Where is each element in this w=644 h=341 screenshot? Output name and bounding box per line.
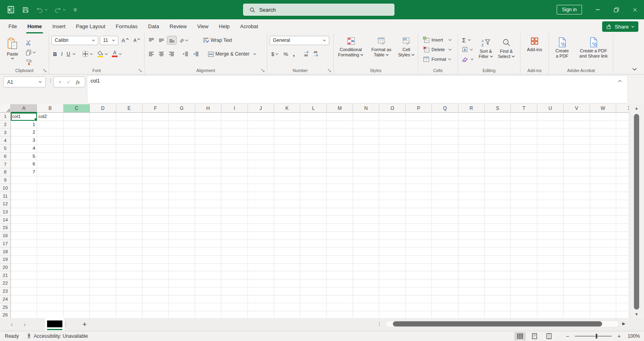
cell-P11[interactable] — [406, 192, 432, 200]
decrease-font-size-button[interactable]: A — [132, 36, 142, 45]
cell-K7[interactable] — [274, 160, 300, 168]
row-header-12[interactable]: 12 — [0, 200, 11, 208]
cell-H26[interactable] — [195, 311, 221, 318]
tab-insert[interactable]: Insert — [47, 19, 71, 33]
column-header-V[interactable]: V — [564, 104, 590, 113]
cell-U17[interactable] — [537, 240, 564, 248]
cell-D13[interactable] — [90, 208, 116, 216]
cell-G21[interactable] — [169, 271, 195, 279]
row-header-11[interactable]: 11 — [0, 192, 11, 200]
cell-V17[interactable] — [564, 240, 590, 248]
cell-Q18[interactable] — [432, 248, 458, 256]
cell-B20[interactable] — [37, 264, 63, 272]
cell-G3[interactable] — [169, 128, 195, 136]
cell-E18[interactable] — [116, 248, 142, 256]
cell-D23[interactable] — [90, 287, 116, 296]
cell-E17[interactable] — [116, 240, 142, 248]
tab-view[interactable]: View — [192, 19, 214, 33]
cell-A21[interactable] — [11, 271, 37, 279]
row-header-9[interactable]: 9 — [0, 176, 11, 184]
cell-B15[interactable] — [37, 224, 63, 232]
cell-L3[interactable] — [300, 128, 326, 136]
font-dialog-launcher-icon[interactable] — [138, 69, 142, 72]
cell-U2[interactable] — [537, 121, 564, 129]
cell-X9[interactable] — [616, 176, 629, 184]
cell-K11[interactable] — [274, 192, 300, 200]
cell-R25[interactable] — [458, 303, 485, 311]
cell-A10[interactable] — [11, 184, 37, 192]
cell-A18[interactable] — [11, 248, 37, 256]
cell-T21[interactable] — [511, 271, 537, 279]
name-box-splitter[interactable]: ⋮ — [48, 78, 53, 84]
create-pdf-button[interactable]: Createa PDF — [551, 33, 574, 66]
cell-X22[interactable] — [616, 279, 629, 287]
cell-L6[interactable] — [300, 153, 326, 161]
cell-O1[interactable] — [379, 113, 405, 121]
cell-T19[interactable] — [511, 256, 537, 264]
cell-J24[interactable] — [248, 296, 274, 304]
cell-F17[interactable] — [142, 240, 169, 248]
cell-D8[interactable] — [90, 168, 116, 176]
collapse-ribbon-button[interactable] — [632, 68, 637, 71]
cell-S12[interactable] — [485, 200, 511, 208]
cell-F13[interactable] — [142, 208, 169, 216]
comma-style-button[interactable]: , — [291, 50, 296, 58]
cell-X7[interactable] — [616, 160, 629, 168]
cell-V19[interactable] — [564, 256, 590, 264]
cell-K12[interactable] — [274, 200, 300, 208]
cell-R1[interactable] — [458, 113, 485, 121]
row-header-14[interactable]: 14 — [0, 216, 11, 224]
cell-C9[interactable] — [64, 176, 90, 184]
cell-A14[interactable] — [11, 216, 37, 224]
row-header-22[interactable]: 22 — [0, 279, 11, 287]
cell-D16[interactable] — [90, 232, 116, 240]
cell-D18[interactable] — [90, 248, 116, 256]
cell-H15[interactable] — [195, 224, 221, 232]
cell-V4[interactable] — [564, 136, 590, 145]
cell-H16[interactable] — [195, 232, 221, 240]
column-header-D[interactable]: D — [90, 104, 116, 113]
cell-K10[interactable] — [274, 184, 300, 192]
cell-I8[interactable] — [221, 168, 248, 176]
vertical-scrollbar[interactable]: ▲ ▼ — [629, 104, 644, 318]
cell-W21[interactable] — [590, 271, 616, 279]
cell-F1[interactable] — [142, 113, 169, 121]
cell-W11[interactable] — [590, 192, 616, 200]
cell-N12[interactable] — [353, 200, 379, 208]
scroll-down-icon[interactable]: ▼ — [629, 312, 644, 316]
cell-L8[interactable] — [300, 168, 326, 176]
cell-X1[interactable] — [616, 113, 629, 121]
cell-G24[interactable] — [169, 296, 195, 304]
cell-B16[interactable] — [37, 232, 63, 240]
cell-N15[interactable] — [353, 224, 379, 232]
cell-H20[interactable] — [195, 264, 221, 272]
cell-J22[interactable] — [248, 279, 274, 287]
cell-B3[interactable] — [37, 128, 63, 136]
cell-O7[interactable] — [379, 160, 405, 168]
cell-W7[interactable] — [590, 160, 616, 168]
cell-H19[interactable] — [195, 256, 221, 264]
cell-S6[interactable] — [485, 153, 511, 161]
cell-T10[interactable] — [511, 184, 537, 192]
cell-H2[interactable] — [195, 121, 221, 129]
cell-E15[interactable] — [116, 224, 142, 232]
cell-T17[interactable] — [511, 240, 537, 248]
column-header-W[interactable]: W — [590, 104, 616, 113]
cell-V23[interactable] — [564, 287, 590, 296]
cell-X2[interactable] — [616, 121, 629, 129]
font-family-select[interactable]: Calibri — [52, 36, 98, 45]
cell-I24[interactable] — [221, 296, 248, 304]
cell-S23[interactable] — [485, 287, 511, 296]
cell-I22[interactable] — [221, 279, 248, 287]
cell-N6[interactable] — [353, 153, 379, 161]
cell-F3[interactable] — [142, 128, 169, 136]
cell-V20[interactable] — [564, 264, 590, 272]
cell-U3[interactable] — [537, 128, 564, 136]
cell-K6[interactable] — [274, 153, 300, 161]
column-header-N[interactable]: N — [353, 104, 379, 113]
cell-W18[interactable] — [590, 248, 616, 256]
cell-O18[interactable] — [379, 248, 405, 256]
borders-button[interactable] — [80, 50, 95, 58]
top-align-button[interactable] — [147, 36, 156, 45]
cell-G16[interactable] — [169, 232, 195, 240]
